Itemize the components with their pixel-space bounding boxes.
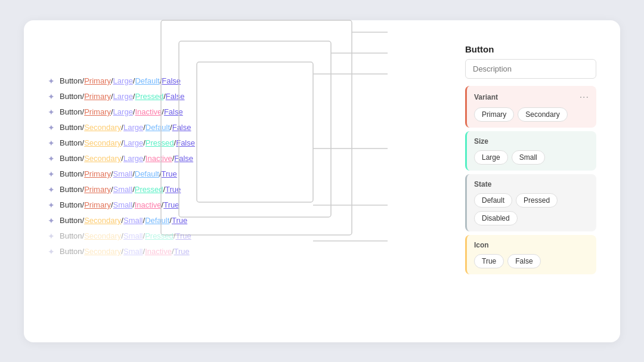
list-item[interactable]: ✦Button/Primary/Small/Inactive/True bbox=[48, 198, 465, 212]
crosshair-icon: ✦ bbox=[48, 247, 55, 256]
crosshair-icon: ✦ bbox=[48, 76, 55, 86]
crosshair-icon: ✦ bbox=[48, 216, 55, 225]
size-header: Size bbox=[474, 137, 589, 146]
component-label: Button/Secondary/Small/Default/True bbox=[60, 216, 187, 225]
component-label: Button/Primary/Small/Pressed/True bbox=[60, 185, 181, 194]
list-item[interactable]: ✦Button/Secondary/Small/Default/True bbox=[48, 214, 465, 228]
component-label: Button/Secondary/Small/Inactive/True bbox=[60, 247, 190, 256]
crosshair-icon: ✦ bbox=[48, 200, 55, 210]
variant-label: Variant bbox=[474, 93, 498, 101]
list-item[interactable]: ✦Button/Secondary/Small/Inactive/True bbox=[48, 245, 465, 259]
list-item[interactable]: ✦Button/Primary/Small/Pressed/True bbox=[48, 182, 465, 197]
list-item[interactable]: ✦Button/Primary/Large/Inactive/False bbox=[48, 105, 465, 119]
variant-more-icon[interactable]: ··· bbox=[580, 92, 589, 103]
crosshair-icon: ✦ bbox=[48, 138, 55, 148]
icon-chip-false[interactable]: False bbox=[507, 254, 540, 268]
component-label: Button/Primary/Large/Inactive/False bbox=[60, 107, 183, 116]
icon-section: Icon True False bbox=[465, 235, 596, 274]
right-panel: Button Variant ··· Primary Secondary Siz… bbox=[465, 44, 596, 318]
icon-header: Icon bbox=[474, 241, 589, 249]
state-label: State bbox=[474, 180, 491, 188]
component-label: Button/Secondary/Large/Inactive/False bbox=[60, 154, 193, 163]
icon-label: Icon bbox=[474, 241, 489, 249]
list-item[interactable]: ✦Button/Primary/Large/Default/False bbox=[48, 74, 465, 88]
crosshair-icon: ✦ bbox=[48, 123, 55, 132]
component-label: Button/Primary/Large/Default/False bbox=[60, 76, 181, 85]
icon-chip-true[interactable]: True bbox=[474, 254, 504, 268]
state-chip-disabled[interactable]: Disabled bbox=[474, 211, 518, 225]
icon-options: True False bbox=[474, 254, 589, 268]
crosshair-icon: ✦ bbox=[48, 107, 55, 117]
panel-title: Button bbox=[465, 44, 596, 54]
variant-section: Variant ··· Primary Secondary bbox=[465, 86, 596, 128]
size-chip-large[interactable]: Large bbox=[474, 150, 508, 165]
list-item[interactable]: ✦Button/Secondary/Large/Default/False bbox=[48, 120, 465, 135]
state-options: Default Pressed Disabled bbox=[474, 193, 589, 225]
list-item[interactable]: ✦Button/Primary/Small/Default/True bbox=[48, 167, 465, 181]
crosshair-icon: ✦ bbox=[48, 92, 55, 101]
crosshair-icon: ✦ bbox=[48, 231, 55, 241]
main-card: ✦Button/Primary/Large/Default/False✦Butt… bbox=[24, 20, 620, 342]
list-item[interactable]: ✦Button/Secondary/Large/Inactive/False bbox=[48, 151, 465, 166]
component-label: Button/Secondary/Small/Pressed/True bbox=[60, 231, 191, 240]
state-header: State bbox=[474, 180, 589, 188]
variant-header: Variant ··· bbox=[474, 92, 589, 103]
component-label: Button/Secondary/Large/Pressed/False bbox=[60, 138, 195, 147]
variant-chip-primary[interactable]: Primary bbox=[474, 107, 514, 122]
variant-options: Primary Secondary bbox=[474, 107, 589, 122]
variant-chip-secondary[interactable]: Secondary bbox=[518, 107, 567, 122]
state-chip-pressed[interactable]: Pressed bbox=[516, 193, 558, 208]
component-label: Button/Secondary/Large/Default/False bbox=[60, 123, 191, 132]
size-chip-small[interactable]: Small bbox=[512, 150, 545, 165]
left-panel: ✦Button/Primary/Large/Default/False✦Butt… bbox=[48, 44, 465, 318]
state-chip-default[interactable]: Default bbox=[474, 193, 512, 208]
size-section: Size Large Small bbox=[465, 131, 596, 171]
list-item[interactable]: ✦Button/Secondary/Small/Pressed/True bbox=[48, 229, 465, 243]
component-list: ✦Button/Primary/Large/Default/False✦Butt… bbox=[48, 74, 465, 259]
description-input[interactable] bbox=[465, 59, 596, 79]
size-label: Size bbox=[474, 137, 488, 146]
component-label: Button/Primary/Large/Pressed/False bbox=[60, 92, 185, 101]
crosshair-icon: ✦ bbox=[48, 185, 55, 194]
state-section: State Default Pressed Disabled bbox=[465, 174, 596, 231]
component-label: Button/Primary/Small/Inactive/True bbox=[60, 200, 179, 209]
crosshair-icon: ✦ bbox=[48, 154, 55, 163]
list-item[interactable]: ✦Button/Secondary/Large/Pressed/False bbox=[48, 136, 465, 150]
component-label: Button/Primary/Small/Default/True bbox=[60, 169, 177, 178]
size-options: Large Small bbox=[474, 150, 589, 165]
list-item[interactable]: ✦Button/Primary/Large/Pressed/False bbox=[48, 89, 465, 104]
crosshair-icon: ✦ bbox=[48, 169, 55, 179]
